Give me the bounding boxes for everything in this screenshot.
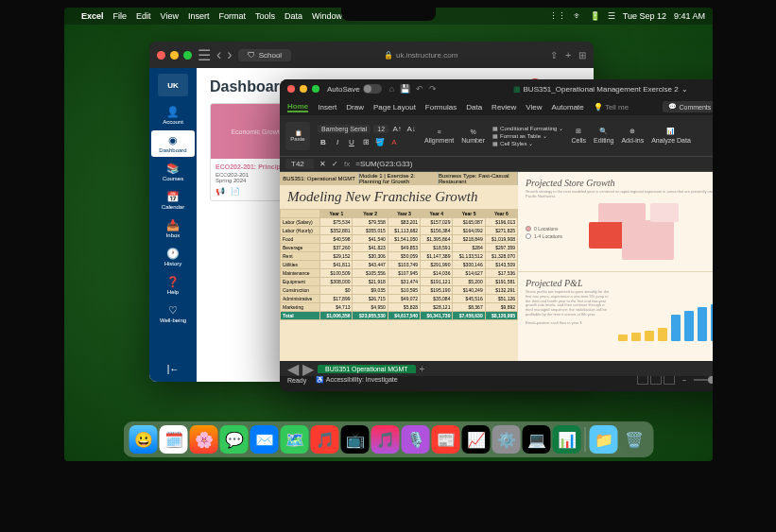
cell-styles-button[interactable]: ▦ Cell Styles ⌄: [492, 140, 563, 146]
dock-excel-icon[interactable]: 📊: [553, 425, 581, 454]
fill-color-icon[interactable]: 🪣: [374, 137, 386, 148]
menu-format[interactable]: Format: [218, 11, 246, 21]
maximize-button[interactable]: [183, 51, 192, 60]
dock-mail-icon[interactable]: ✉️: [250, 425, 279, 454]
home-icon[interactable]: ⌂: [389, 84, 394, 94]
normal-view-icon[interactable]: [637, 375, 648, 385]
sidebar-item-account[interactable]: 👤Account: [151, 102, 195, 129]
bold-button[interactable]: B: [318, 137, 329, 148]
redo-icon[interactable]: ↷: [429, 84, 437, 94]
analyze-icon[interactable]: 📊: [666, 128, 675, 135]
tab-view[interactable]: View: [526, 103, 542, 112]
page-break-view-icon[interactable]: [664, 375, 675, 385]
number-icon[interactable]: %: [471, 129, 476, 135]
dock-downloads-icon[interactable]: 📁: [590, 425, 618, 454]
sidebar-item-help[interactable]: ❓Help: [151, 272, 195, 299]
toggle-switch[interactable]: [363, 84, 382, 94]
announce-icon[interactable]: 📢: [216, 187, 225, 196]
control-center-icon[interactable]: ☰: [608, 11, 615, 21]
save-icon[interactable]: 💾: [400, 84, 410, 94]
sidebar-item-wellbeing[interactable]: ♡Well-being: [151, 300, 195, 327]
increase-font-icon[interactable]: A↑: [391, 124, 403, 135]
undo-icon[interactable]: ↶: [416, 84, 423, 94]
cancel-icon[interactable]: ✕: [319, 160, 326, 168]
sheet-tab[interactable]: BUS351 Operational MGMT: [318, 365, 416, 373]
wifi-icon[interactable]: ᯤ: [574, 11, 582, 21]
menu-insert[interactable]: Insert: [188, 11, 210, 21]
tab-formulas[interactable]: Formulas: [425, 103, 457, 112]
dock-terminal-icon[interactable]: 💻: [523, 425, 551, 454]
sidebar-item-history[interactable]: 🕐History: [151, 244, 195, 270]
fx-icon[interactable]: fx: [344, 160, 350, 168]
font-name-select[interactable]: Bamberg Serial: [318, 125, 371, 133]
italic-button[interactable]: I: [332, 137, 343, 148]
tab-home[interactable]: Home: [287, 102, 308, 112]
next-sheet-icon[interactable]: ▶: [302, 360, 314, 378]
border-icon[interactable]: ⊞: [360, 137, 371, 148]
back-icon[interactable]: ‹: [216, 46, 221, 63]
menu-tools[interactable]: Tools: [255, 11, 275, 21]
tab-automate[interactable]: Automate: [552, 103, 584, 112]
format-table-button[interactable]: ▦ Format as Table ⌄: [492, 132, 563, 139]
close-button[interactable]: [157, 51, 165, 60]
dock-itunes-icon[interactable]: 🎵: [371, 425, 400, 454]
menu-data[interactable]: Data: [285, 11, 302, 21]
font-size-select[interactable]: 12: [373, 125, 388, 133]
prev-sheet-icon[interactable]: ◀: [287, 360, 299, 378]
sidebar-item-inbox[interactable]: 📥Inbox: [151, 215, 195, 242]
spreadsheet[interactable]: BUS351: Operational MGMT Module 1 | Exer…: [280, 172, 713, 372]
formula-input[interactable]: =SUM(G23:G33): [355, 160, 713, 168]
excel-filename[interactable]: ▦ BUS351_Operational Management Exercise…: [444, 85, 713, 94]
dock-photos-icon[interactable]: 🌸: [190, 425, 218, 454]
cell-reference[interactable]: T42: [285, 159, 314, 169]
tell-me[interactable]: 💡 Tell me: [594, 103, 629, 112]
font-color-icon[interactable]: A: [388, 137, 400, 148]
addins-icon[interactable]: ⊕: [629, 128, 635, 135]
menu-edit[interactable]: Edit: [136, 11, 151, 21]
sidebar-item-calendar[interactable]: 📅Calendar: [151, 187, 195, 214]
zoom-out-button[interactable]: −: [682, 377, 686, 384]
dock-messages-icon[interactable]: 💬: [220, 425, 249, 454]
dock-calendar-icon[interactable]: 🗓️: [160, 425, 188, 454]
dock-settings-icon[interactable]: ⚙️: [492, 425, 521, 454]
conditional-format-button[interactable]: ▦ Conditional Formatting ⌄: [492, 125, 563, 131]
dock-tv-icon[interactable]: 📺: [341, 425, 370, 454]
collapse-sidebar-icon[interactable]: |←: [167, 364, 180, 374]
forward-icon[interactable]: ›: [227, 46, 232, 63]
decrease-font-icon[interactable]: A↓: [405, 124, 417, 135]
add-sheet-button[interactable]: +: [420, 364, 425, 374]
menubar-date[interactable]: Tue Sep 12: [623, 11, 666, 21]
safari-tab[interactable]: 🛡 School: [238, 49, 291, 61]
tab-review[interactable]: Review: [491, 103, 516, 112]
tab-insert[interactable]: Insert: [318, 103, 336, 112]
dock-trash-icon[interactable]: 🗑️: [620, 425, 648, 454]
sidebar-item-courses[interactable]: 📚Courses: [151, 159, 195, 185]
safari-url-bar[interactable]: 🔒 uk.instructure.com: [297, 51, 544, 60]
zoom-slider[interactable]: [694, 379, 713, 381]
minimize-button[interactable]: [170, 51, 179, 60]
menu-window[interactable]: Window: [312, 11, 342, 21]
page-layout-view-icon[interactable]: [650, 375, 662, 385]
tab-draw[interactable]: Draw: [346, 103, 364, 112]
dock-news-icon[interactable]: 📰: [432, 425, 460, 454]
dock-podcasts-icon[interactable]: 🎙️: [402, 425, 430, 454]
canvas-uk-logo[interactable]: UK: [158, 74, 188, 96]
share-icon[interactable]: ⇪: [550, 50, 558, 60]
data-table[interactable]: Year 1Year 2Year 3Year 4Year 5Year 6 Lab…: [280, 209, 518, 320]
tab-pagelayout[interactable]: Page Layout: [373, 103, 416, 112]
sidebar-toggle-icon[interactable]: ☰: [198, 46, 211, 64]
assignment-icon[interactable]: 📄: [231, 187, 240, 196]
maximize-button[interactable]: [312, 85, 319, 93]
menubar-app[interactable]: Excel: [81, 11, 104, 21]
minimize-button[interactable]: [300, 85, 307, 93]
confirm-icon[interactable]: ✓: [332, 160, 338, 168]
align-icon[interactable]: ≡: [438, 129, 441, 135]
tab-data[interactable]: Data: [466, 103, 482, 112]
sidebar-item-dashboard[interactable]: ◉Dashboard: [151, 130, 195, 157]
dock-maps-icon[interactable]: 🗺️: [281, 425, 309, 454]
dock-music-icon[interactable]: 🎵: [311, 425, 339, 454]
wifi-icon[interactable]: ⋮⋮: [549, 11, 566, 21]
close-button[interactable]: [287, 85, 295, 93]
cells-icon[interactable]: ⊞: [576, 128, 581, 135]
menu-view[interactable]: View: [161, 11, 179, 21]
